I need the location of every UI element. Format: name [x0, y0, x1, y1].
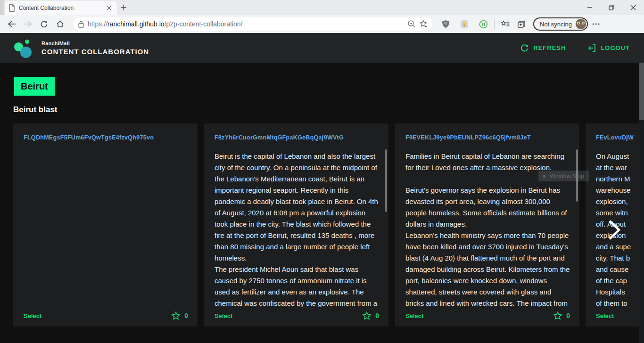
- content-card[interactable]: F8zYh6rCuorGmnMtqGFpaKGeBqQaj9WVtG Beiru…: [204, 123, 388, 327]
- star-count: 0: [375, 312, 379, 319]
- collections-icon[interactable]: [513, 17, 529, 31]
- app-title: CONTENT COLLABORATION: [41, 48, 149, 56]
- browser-tab-strip: Content Collaboration: [0, 0, 644, 15]
- forward-icon[interactable]: [20, 17, 36, 31]
- profile-button[interactable]: Not syncing: [533, 17, 588, 31]
- select-button[interactable]: Select: [215, 312, 232, 319]
- window-edge: [0, 0, 4, 15]
- ublock-extension-icon[interactable]: [438, 17, 454, 31]
- card-content-id[interactable]: FLQDhMEgsF5FUm6FvQwTgsE4fzvQh975vo: [24, 134, 187, 141]
- card-scrollbar[interactable]: [385, 149, 387, 212]
- card-body-text: Beirut is the capital of Lebanon and als…: [215, 151, 379, 312]
- page-content: Beirut Beirut blast FLQDhMEgsF5FUm6FvQwT…: [0, 63, 644, 343]
- page-scrollbar[interactable]: [639, 63, 644, 343]
- refresh-icon: [520, 43, 529, 52]
- carousel-next-icon[interactable]: [607, 219, 621, 241]
- logout-icon: [587, 44, 596, 52]
- select-button[interactable]: Select: [596, 312, 614, 319]
- snip-bullet-icon: [543, 175, 545, 178]
- page-icon: [8, 4, 15, 12]
- card-content-id[interactable]: FEvLovuDjW: [596, 134, 644, 141]
- logout-label: LOGOUT: [601, 44, 630, 51]
- star-icon[interactable]: [553, 311, 562, 320]
- tab-close-icon[interactable]: [105, 4, 113, 12]
- app-header: RanchiMall CONTENT COLLABORATION REFRESH…: [0, 33, 644, 63]
- select-button[interactable]: Select: [24, 312, 41, 319]
- new-tab-button[interactable]: [119, 3, 128, 12]
- content-card[interactable]: FLQDhMEgsF5FUm6FvQwTgsE4fzvQh975vo Selec…: [13, 123, 198, 327]
- browser-tab[interactable]: Content Collaboration: [5, 1, 117, 15]
- star-icon[interactable]: [362, 311, 372, 320]
- card-body-text: [24, 151, 188, 312]
- close-window-button[interactable]: [622, 0, 644, 15]
- window-controls: [579, 0, 644, 15]
- profile-avatar: [576, 19, 586, 29]
- star-count: 0: [184, 312, 188, 319]
- url-path: /p2p-content-collaboration/: [165, 20, 243, 28]
- ranchimall-logo: [14, 39, 31, 57]
- content-card[interactable]: F9EVEKLJ9ye9PbEUNLPZ96c6Q5jfvm8JeT Famil…: [395, 123, 579, 327]
- lock-icon[interactable]: [78, 21, 84, 28]
- reload-icon[interactable]: [36, 17, 52, 31]
- url-domain: ranchimall.github.io: [107, 20, 165, 28]
- brand-name: RanchiMall: [41, 41, 149, 46]
- refresh-label: REFRESH: [533, 44, 566, 51]
- back-icon[interactable]: [4, 17, 20, 31]
- zoom-out-icon[interactable]: [407, 20, 416, 28]
- url-text[interactable]: https://ranchimall.github.io/p2p-content…: [88, 20, 404, 28]
- address-bar[interactable]: https://ranchimall.github.io/p2p-content…: [74, 17, 433, 31]
- cards-carousel: FLQDhMEgsF5FUm6FvQwTgsE4fzvQh975vo Selec…: [13, 123, 644, 327]
- restore-button[interactable]: [601, 0, 622, 15]
- favorites-bar-icon[interactable]: [497, 17, 513, 31]
- page-scrollbar-thumb[interactable]: [639, 63, 644, 120]
- extensions-cluster: [438, 17, 491, 31]
- select-button[interactable]: Select: [405, 312, 423, 319]
- refresh-button[interactable]: REFRESH: [520, 43, 566, 52]
- extension-icon[interactable]: [456, 17, 472, 31]
- snip-label: Window Snip: [550, 173, 584, 180]
- logout-button[interactable]: LOGOUT: [587, 44, 630, 52]
- url-scheme: https://: [88, 20, 107, 28]
- browser-navbar: https://ranchimall.github.io/p2p-content…: [0, 15, 644, 33]
- card-content-id[interactable]: F9EVEKLJ9ye9PbEUNLPZ96c6Q5jfvm8JeT: [405, 134, 569, 141]
- sync-status-label: Not syncing: [540, 21, 572, 28]
- window-snip-tooltip: Window Snip: [538, 171, 589, 181]
- topic-chip[interactable]: Beirut: [14, 77, 55, 96]
- star-count: 0: [566, 312, 570, 319]
- tab-title: Content Collaboration: [19, 5, 101, 11]
- minimize-button[interactable]: [579, 0, 601, 15]
- favorite-star-icon[interactable]: [420, 20, 428, 28]
- page-subtitle: Beirut blast: [13, 105, 58, 114]
- pause-extension-icon[interactable]: [475, 17, 491, 31]
- card-content-id[interactable]: F8zYh6rCuorGmnMtqGFpaKGeBqQaj9WVtG: [215, 134, 378, 141]
- star-icon[interactable]: [171, 311, 181, 320]
- toolbar-divider: [494, 19, 495, 29]
- brand-block: RanchiMall CONTENT COLLABORATION: [41, 41, 149, 56]
- settings-more-icon[interactable]: [588, 17, 604, 31]
- home-icon[interactable]: [52, 17, 68, 31]
